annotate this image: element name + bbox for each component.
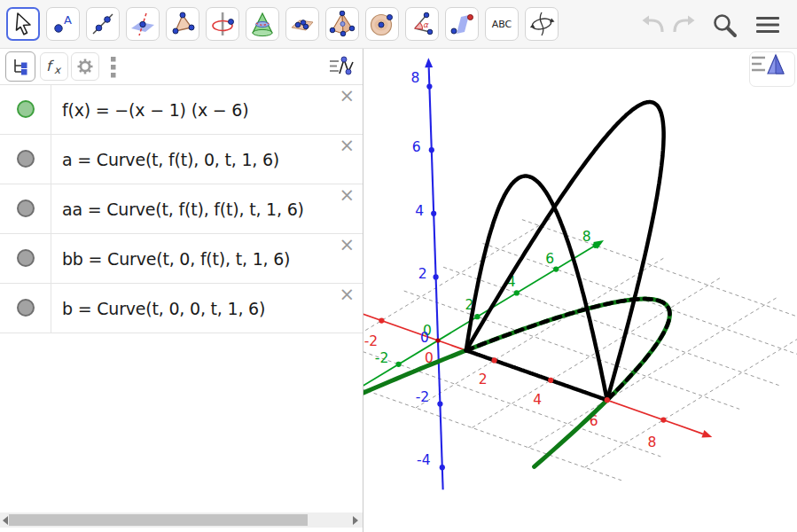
menu-button[interactable]: [753, 12, 783, 38]
z-tick-label: 2: [418, 266, 427, 282]
row-divider: [51, 234, 51, 283]
x-tick-dot: [605, 397, 610, 403]
tool-point-button[interactable]: A: [46, 7, 80, 41]
tool-rotate-view-button[interactable]: [525, 7, 559, 41]
curve-f: [363, 299, 669, 466]
svg-text:f: f: [46, 58, 54, 74]
tool-text-button[interactable]: ABC: [485, 7, 519, 41]
y-tick-label: 6: [545, 251, 554, 267]
x-tick-label: 8: [647, 434, 656, 450]
z-tick-dot: [437, 402, 442, 407]
x-tick-dot: [660, 418, 666, 423]
undo-button[interactable]: [638, 12, 668, 38]
settings-button[interactable]: [71, 52, 99, 81]
x-tick-label: 2: [479, 372, 488, 387]
scroll-right-arrow-icon[interactable]: [353, 516, 358, 525]
tree-view-button[interactable]: [5, 51, 35, 82]
x-tick-label: -2: [364, 333, 378, 349]
close-icon[interactable]: ×: [339, 136, 355, 155]
tool-pyramid-button[interactable]: [325, 7, 359, 41]
line-icon: [90, 11, 116, 37]
close-icon[interactable]: ×: [339, 185, 355, 205]
z-tick-label: 6: [412, 139, 421, 155]
row-divider: [51, 284, 51, 332]
z-tick-dot: [440, 465, 445, 470]
z-tick-dot: [434, 274, 439, 279]
formula-text[interactable]: aa = Curve(t, f(t), f(t), t, 1, 6): [62, 184, 304, 233]
more-button[interactable]: [108, 55, 119, 80]
tool-sphere-button[interactable]: [365, 7, 399, 41]
z-tick-label: -2: [416, 389, 429, 405]
visibility-toggle-circle[interactable]: [17, 100, 35, 118]
tool-intersect-line-plane-button[interactable]: [126, 7, 160, 41]
intersect-line-plane-icon: [129, 11, 156, 37]
formula-text[interactable]: a = Curve(t, f(t), 0, t, 1, 6): [62, 135, 279, 184]
algebra-panel-header: fx: [0, 49, 363, 85]
horizontal-scrollbar[interactable]: [0, 512, 363, 528]
y-tick-dot: [593, 243, 598, 248]
graphics-3d-svg[interactable]: -202468-202468-4-202468: [363, 49, 797, 532]
tool-intersect-surfaces-button[interactable]: [246, 7, 279, 41]
graphics-stylebar-toggle[interactable]: [749, 51, 795, 87]
close-icon[interactable]: ×: [339, 285, 355, 304]
visibility-toggle-circle[interactable]: [17, 299, 35, 317]
x-axis-arrow: [701, 430, 712, 437]
function-button[interactable]: fx: [40, 52, 68, 81]
redo-button[interactable]: [668, 12, 699, 38]
scrollbar-thumb[interactable]: [9, 514, 308, 526]
y-tick-dot: [514, 290, 520, 295]
scroll-left-arrow-icon[interactable]: [3, 516, 8, 525]
tool-reflect-about-plane-button[interactable]: [445, 7, 479, 41]
row-divider: [51, 85, 51, 134]
rotate-view-icon: [528, 11, 555, 37]
polygon-icon: [169, 11, 196, 37]
algebra-row-1[interactable]: a = Curve(t, f(t), 0, t, 1, 6)×: [0, 135, 363, 184]
tool-angle-button[interactable]: α: [405, 7, 439, 41]
axes: [363, 58, 712, 489]
search-button[interactable]: [709, 12, 739, 38]
z-tick-label: 8: [410, 70, 419, 86]
close-icon[interactable]: ×: [339, 235, 355, 254]
formula-text[interactable]: b = Curve(t, 0, 0, t, 1, 6): [62, 284, 265, 332]
algebra-row-0[interactable]: f(x) = −(x − 1) (x − 6)×: [0, 85, 363, 135]
sphere-icon: [369, 11, 395, 37]
x-tick-dot: [492, 357, 497, 363]
formula-text[interactable]: bb = Curve(t, 0, f(t), t, 1, 6): [62, 234, 290, 283]
text-icon: ABC: [488, 11, 515, 37]
row-divider: [51, 184, 51, 233]
z-axis-arrow: [425, 58, 433, 67]
x-tick-dot: [379, 318, 384, 324]
z-tick-label: 0: [420, 330, 429, 346]
svg-text:x: x: [54, 64, 62, 76]
visibility-toggle-circle[interactable]: [17, 249, 35, 267]
algebra-style-button[interactable]: [324, 51, 360, 82]
visibility-toggle-circle[interactable]: [17, 200, 35, 217]
algebra-row-2[interactable]: aa = Curve(t, f(t), f(t), t, 1, 6)×: [0, 184, 363, 234]
algebra-row-4[interactable]: b = Curve(t, 0, 0, t, 1, 6)×: [0, 284, 363, 333]
graphics-3d-view[interactable]: -202468-202468-4-202468: [363, 49, 797, 532]
curve-aa: [466, 102, 664, 400]
tool-plane-through-points-button[interactable]: [285, 7, 319, 41]
y-tick-label: 8: [582, 229, 591, 245]
svg-text:ABC: ABC: [492, 19, 512, 30]
formula-text[interactable]: f(x) = −(x − 1) (x − 6): [62, 85, 248, 134]
svg-text:α: α: [423, 20, 429, 29]
algebra-row-3[interactable]: bb = Curve(t, 0, f(t), t, 1, 6)×: [0, 234, 363, 284]
tool-circle-with-axis-button[interactable]: [206, 7, 239, 41]
point-icon: A: [50, 11, 76, 37]
z-tick-dot: [426, 84, 432, 90]
tool-move-button[interactable]: [6, 7, 40, 41]
y-tick-dot: [396, 362, 402, 367]
curve-bb: [466, 176, 607, 401]
tool-line-button[interactable]: [86, 7, 120, 41]
close-icon[interactable]: ×: [339, 86, 355, 106]
algebra-rows: f(x) = −(x − 1) (x − 6)×a = Curve(t, f(t…: [0, 85, 363, 333]
reflect-about-plane-icon: [449, 11, 475, 37]
x-tick-dot: [548, 378, 553, 383]
tool-polygon-button[interactable]: [166, 7, 199, 41]
svg-text:A: A: [64, 13, 72, 27]
circle-with-axis-icon: [209, 11, 236, 37]
visibility-toggle-circle[interactable]: [17, 150, 35, 168]
pyramid-icon: [329, 11, 356, 37]
graphics-stylebar-icon: [750, 52, 787, 77]
